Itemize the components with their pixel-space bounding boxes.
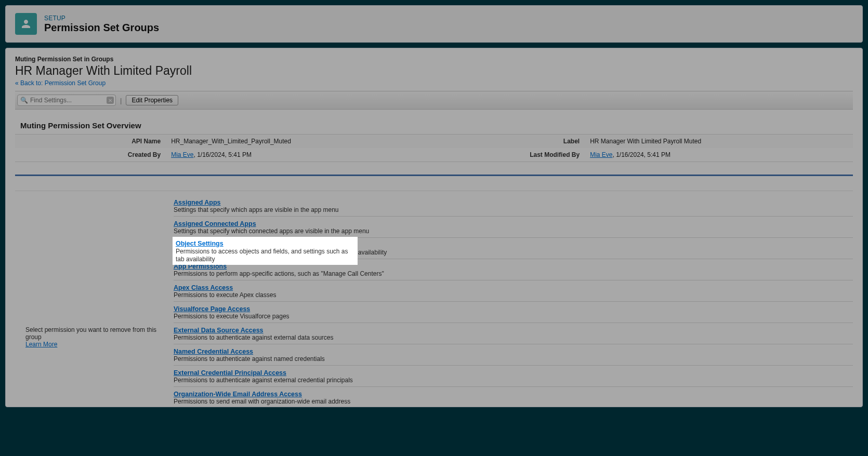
perm-row-title[interactable]: External Credential Principal Access xyxy=(174,369,286,377)
edit-properties-button[interactable]: Edit Properties xyxy=(126,95,178,105)
perm-row: External Credential Principal AccessPerm… xyxy=(174,366,853,387)
label-label: Label xyxy=(434,135,585,149)
perm-row-desc: Permissions to perform app-specific acti… xyxy=(174,270,853,277)
perm-row-title[interactable]: Assigned Apps xyxy=(174,199,221,206)
perm-list: Assigned AppsSettings that specify which… xyxy=(174,191,853,407)
perm-row-desc: Permissions to authenticate against name… xyxy=(174,355,853,363)
sidebar-text: Select permission you want to remove fro… xyxy=(25,326,163,341)
perm-row-title[interactable]: Named Credential Access xyxy=(174,348,253,355)
label-value: HR Manager With Limited Payroll Muted xyxy=(585,135,853,149)
created-by-user-link[interactable]: Mia Eve xyxy=(171,151,193,158)
learn-more-link[interactable]: Learn More xyxy=(25,341,57,348)
perm-row-title[interactable]: External Data Source Access xyxy=(174,327,264,334)
perm-row-title[interactable]: App Permissions xyxy=(174,263,227,270)
perm-row: Assigned AppsSettings that specify which… xyxy=(174,191,853,217)
header-eyebrow: SETUP xyxy=(44,15,159,22)
perm-row-title[interactable]: Organization-Wide Email Address Access xyxy=(174,391,302,398)
clear-icon[interactable]: ✕ xyxy=(107,97,114,104)
perm-row-desc: Settings that specify which apps are vis… xyxy=(174,206,853,213)
permission-group-icon xyxy=(15,13,37,35)
toolbar: 🔍 ✕ | Edit Properties xyxy=(15,91,853,110)
perm-row: App PermissionsPermissions to perform ap… xyxy=(174,259,853,280)
created-by-label: Created By xyxy=(15,148,166,162)
setup-header: SETUP Permission Set Groups xyxy=(5,5,863,43)
perm-row: External Data Source AccessPermissions t… xyxy=(174,323,853,344)
search-icon: 🔍 xyxy=(20,97,28,104)
toolbar-divider: | xyxy=(120,97,122,104)
perm-row-title[interactable]: Assigned Connected Apps xyxy=(174,220,256,227)
created-by-date: , 1/16/2024, 5:41 PM xyxy=(194,151,252,158)
perm-row-desc: Settings that specify which connected ap… xyxy=(174,227,853,235)
api-name-value: HR_Manager_With_Limited_Payroll_Muted xyxy=(166,135,434,149)
header-title: Permission Set Groups xyxy=(44,22,159,34)
perm-row: Apex Class AccessPermissions to execute … xyxy=(174,280,853,302)
modified-by-date: , 1/16/2024, 5:41 PM xyxy=(613,151,670,158)
modified-by-value: Mia Eve, 1/16/2024, 5:41 PM xyxy=(585,148,853,162)
perm-row-desc: Permissions to authenticate against exte… xyxy=(174,334,853,341)
perm-row-desc: Permissions to execute Visualforce pages xyxy=(174,313,853,320)
search-input[interactable] xyxy=(17,95,116,106)
perm-row: Visualforce Page AccessPermissions to ex… xyxy=(174,302,853,323)
back-link[interactable]: « Back to: Permission Set Group xyxy=(15,79,106,87)
perm-row-desc: Permissions to access objects and fields… xyxy=(174,249,853,256)
perm-row-desc: Permissions to execute Apex classes xyxy=(174,291,853,299)
perm-row-title[interactable]: Apex Class Access xyxy=(174,284,233,291)
blue-separator xyxy=(15,175,853,176)
perm-row: Assigned Connected AppsSettings that spe… xyxy=(174,217,853,238)
perm-row: Named Credential AccessPermissions to au… xyxy=(174,344,853,366)
perm-row-desc: Permissions to send email with organizat… xyxy=(174,398,853,405)
perm-row-title[interactable]: Visualforce Page Access xyxy=(174,305,250,313)
page-title: HR Manager With Limited Payroll xyxy=(15,64,853,78)
perm-row: Object SettingsPermissions to access obj… xyxy=(174,238,853,259)
perm-sidebar: Select permission you want to remove fro… xyxy=(15,191,174,407)
main-card: Muting Permission Set in Groups HR Manag… xyxy=(5,48,863,407)
created-by-value: Mia Eve, 1/16/2024, 5:41 PM xyxy=(166,148,434,162)
page-breadcrumb: Muting Permission Set in Groups xyxy=(15,56,853,63)
modified-by-user-link[interactable]: Mia Eve xyxy=(590,151,612,158)
overview-table: API Name HR_Manager_With_Limited_Payroll… xyxy=(15,134,853,162)
api-name-label: API Name xyxy=(15,135,166,149)
perm-row-title[interactable]: Object Settings xyxy=(174,242,221,249)
overview-heading: Muting Permission Set Overview xyxy=(20,121,853,130)
perm-row: Organization-Wide Email Address AccessPe… xyxy=(174,387,853,407)
modified-by-label: Last Modified By xyxy=(434,148,585,162)
perm-row-desc: Permissions to authenticate against exte… xyxy=(174,377,853,384)
